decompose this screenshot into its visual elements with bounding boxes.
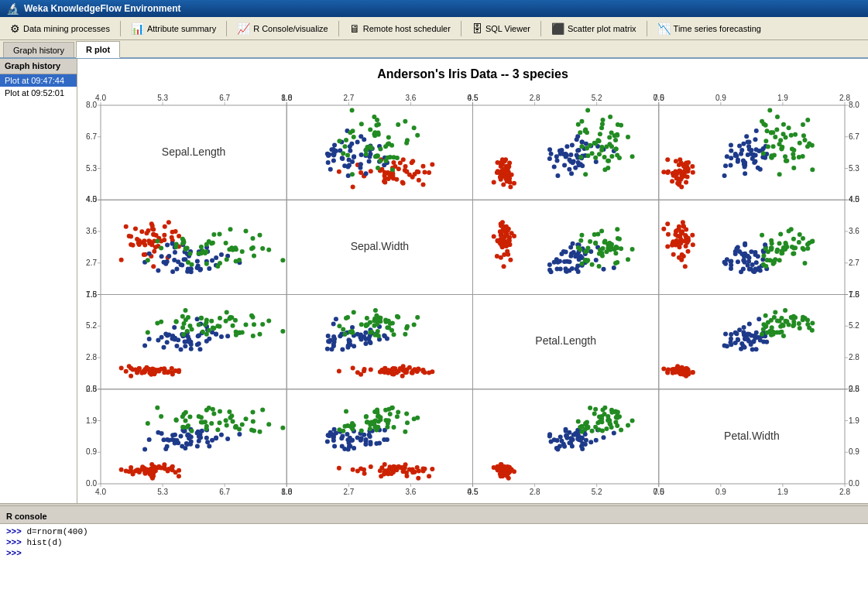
toolbar-btn-attr-summary[interactable]: 📊 Attribute summary — [124, 19, 223, 38]
title-bar-label: Weka KnowledgeFlow Environment — [24, 3, 180, 14]
console-text-1: d=rnorm(400) — [26, 527, 87, 536]
toolbar-label-attr-summary: Attribute summary — [147, 24, 216, 33]
toolbar-label-time-series: Time series forecasting — [674, 24, 761, 33]
left-panel: Graph history Plot at 09:47:44 Plot at 0… — [0, 59, 77, 503]
scatter-matrix-icon: ⬛ — [551, 22, 564, 35]
sql-viewer-icon: 🗄 — [472, 22, 482, 35]
toolbar-btn-sql-viewer[interactable]: 🗄 SQL Viewer — [465, 19, 537, 38]
toolbar-label-r-console: R Console/visualize — [253, 24, 328, 33]
remote-host-icon: 🖥 — [349, 22, 360, 35]
console-prompt-2: >>> — [6, 538, 22, 547]
title-bar: 🔬 Weka KnowledgeFlow Environment — [0, 0, 868, 17]
tab-strip: Graph history R plot — [0, 40, 868, 59]
scatter-plot-matrix — [77, 59, 868, 503]
left-panel-header: Graph history — [0, 59, 77, 74]
console-text-2: hist(d) — [26, 538, 62, 547]
toolbar-btn-scatter-matrix[interactable]: ⬛ Scatter plot matrix — [544, 19, 643, 38]
console-body[interactable]: >>> d=rnorm(400) >>> hist(d) >>> — [0, 524, 868, 596]
r-console-icon: 📈 — [237, 22, 250, 35]
toolbar-sep-4 — [461, 21, 461, 36]
plot-area — [77, 59, 868, 503]
toolbar-label-scatter-matrix: Scatter plot matrix — [568, 24, 636, 33]
toolbar: ⚙ Data mining processes 📊 Attribute summ… — [0, 17, 868, 40]
console-header-label: R console — [6, 512, 47, 521]
toolbar-btn-data-mining[interactable]: ⚙ Data mining processes — [3, 19, 117, 38]
toolbar-sep-2 — [226, 21, 227, 36]
bottom-panel: R console >>> d=rnorm(400) >>> hist(d) >… — [0, 506, 868, 596]
time-series-icon: 📉 — [657, 22, 671, 35]
toolbar-btn-remote-host[interactable]: 🖥 Remote host scheduler — [342, 19, 458, 38]
console-prompt-3: >>> — [6, 549, 22, 558]
history-item-1[interactable]: Plot at 09:47:44 — [0, 74, 77, 87]
console-header: R console — [0, 509, 868, 524]
console-line-2: >>> hist(d) — [6, 538, 862, 547]
tab-r-plot[interactable]: R plot — [76, 41, 120, 58]
attr-summary-icon: 📊 — [131, 22, 144, 35]
app-icon: 🔬 — [6, 2, 19, 15]
toolbar-sep-6 — [647, 21, 647, 36]
console-line-1: >>> d=rnorm(400) — [6, 527, 862, 536]
data-mining-icon: ⚙ — [10, 22, 20, 35]
toolbar-sep-5 — [540, 21, 541, 36]
console-prompt-1: >>> — [6, 527, 22, 536]
toolbar-btn-time-series[interactable]: 📉 Time series forecasting — [650, 19, 768, 38]
main-layout: Graph history Plot at 09:47:44 Plot at 0… — [0, 59, 868, 503]
history-item-2[interactable]: Plot at 09:52:01 — [0, 87, 77, 99]
toolbar-label-sql-viewer: SQL Viewer — [485, 24, 530, 33]
console-line-3: >>> — [6, 549, 862, 558]
toolbar-sep-1 — [120, 21, 121, 36]
tab-graph-history[interactable]: Graph history — [3, 42, 74, 57]
toolbar-sep-3 — [338, 21, 339, 36]
toolbar-label-remote-host: Remote host scheduler — [363, 24, 451, 33]
toolbar-btn-r-console[interactable]: 📈 R Console/visualize — [230, 19, 335, 38]
toolbar-label-data-mining: Data mining processes — [23, 24, 110, 33]
